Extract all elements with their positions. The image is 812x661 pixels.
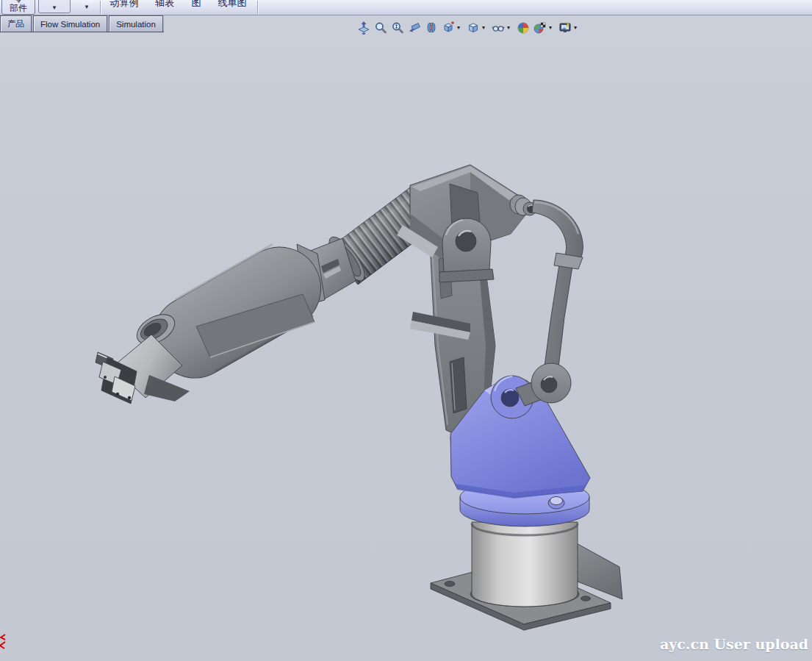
caret-down-icon: ▼	[51, 4, 57, 11]
view-settings-icon[interactable]	[557, 20, 572, 35]
display-style-icon[interactable]	[465, 20, 481, 35]
zoom-to-area-icon[interactable]	[373, 20, 388, 35]
view-orientation-dropdown[interactable]: ▾	[457, 24, 463, 31]
previous-view-icon[interactable]	[406, 20, 422, 35]
linkage-rod-part[interactable]	[516, 200, 583, 406]
tab-simulation[interactable]: Simulation	[109, 15, 163, 32]
edit-appearance-icon[interactable]	[515, 20, 531, 35]
origin-triad-fragment	[0, 633, 7, 651]
robot-arm-model[interactable]	[0, 0, 812, 661]
elbow-clevis-part[interactable]	[439, 218, 494, 282]
toolbar-separator	[257, 1, 259, 14]
display-style-dropdown[interactable]: ▾	[482, 24, 488, 31]
caret-down-icon[interactable]: ▼	[79, 4, 94, 10]
hide-show-items-icon[interactable]	[490, 20, 506, 35]
edit-component-button[interactable]: 编辑零 部件	[1, 0, 35, 15]
zoom-to-fit-icon[interactable]	[356, 20, 371, 35]
toolbar-separator	[100, 1, 101, 14]
solidworks-window: 产品 Flow Simulation Simulation	[0, 0, 812, 661]
apply-scene-icon[interactable]	[532, 20, 547, 35]
zoom-in-out-icon[interactable]	[389, 20, 405, 35]
command-button-motion-study[interactable]: 动算例	[103, 0, 145, 14]
headsup-toolbar: ▾ ▾ ▾	[356, 20, 581, 35]
command-button-table[interactable]: 轴表	[150, 0, 179, 14]
tab-product[interactable]: 产品	[0, 15, 32, 32]
apply-scene-dropdown[interactable]: ▾	[549, 24, 555, 31]
hide-show-items-dropdown[interactable]: ▾	[507, 24, 513, 31]
command-button-plot[interactable]: 图	[184, 0, 209, 14]
insert-component-dropdown-button[interactable]: ▼	[38, 0, 71, 13]
view-orientation-icon[interactable]	[440, 20, 456, 35]
edit-component-label-line2: 部件	[10, 4, 27, 13]
base-cylinder-part[interactable]	[470, 522, 579, 607]
view-settings-dropdown[interactable]: ▾	[574, 24, 580, 31]
section-view-icon[interactable]	[423, 20, 439, 35]
commandmanager-tabs: 产品 Flow Simulation Simulation	[0, 15, 164, 32]
command-bar: 编辑零 部件 ▼ ▼ 动算例 轴表 图 线单图	[0, 0, 812, 15]
command-button-line-plot[interactable]: 线单图	[212, 0, 253, 14]
tab-flow-simulation[interactable]: Flow Simulation	[33, 15, 107, 32]
watermark: ayc.cn User upload	[660, 636, 808, 652]
